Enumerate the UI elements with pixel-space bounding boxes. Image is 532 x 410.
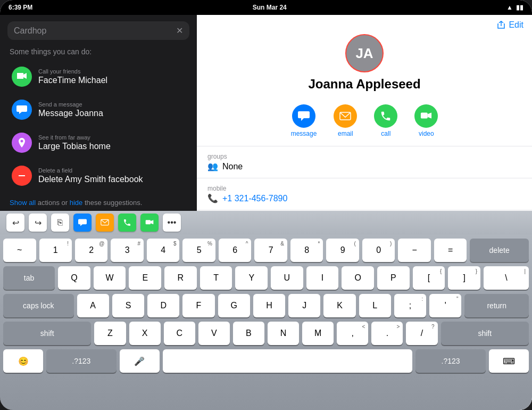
key-v[interactable]: V bbox=[198, 322, 230, 345]
groups-text: None bbox=[222, 162, 243, 171]
key-q[interactable]: Q bbox=[58, 266, 90, 290]
keyboard-row-2: tab Q W E R T Y U I O P {[ }] |\ bbox=[3, 266, 529, 290]
key-c[interactable]: C bbox=[164, 322, 195, 345]
more-toolbar-button[interactable]: ••• bbox=[163, 214, 181, 232]
key-bracket-close[interactable]: }] bbox=[448, 266, 480, 290]
key-delete[interactable]: delete bbox=[470, 239, 529, 262]
keyboard: ~ !1 @2 #3 $4 %5 ^6 &7 *8 (9 )0 − = dele… bbox=[0, 234, 532, 410]
suggestion-item-message[interactable]: Send a message Message Joanna bbox=[4, 94, 193, 125]
email-action-label: email bbox=[338, 130, 353, 137]
key-o[interactable]: O bbox=[342, 266, 374, 290]
key-b[interactable]: B bbox=[233, 322, 264, 345]
key-semicolon[interactable]: :; bbox=[394, 294, 426, 317]
suggestion-item-location[interactable]: See it from far away Large Tobias home bbox=[4, 127, 193, 158]
key-space[interactable] bbox=[163, 349, 413, 373]
key-shift-left[interactable]: shift bbox=[3, 322, 91, 345]
key-7[interactable]: &7 bbox=[254, 239, 287, 262]
device-frame: 6:39 PM Sun Mar 24 ▲ ▮▮ ✕ Some things yo… bbox=[0, 0, 532, 410]
suggestion-text-message: Send a message Message Joanna bbox=[38, 101, 185, 118]
key-numbers[interactable]: .?123 bbox=[46, 349, 116, 373]
phone-icon: 📞 bbox=[207, 193, 218, 203]
key-i[interactable]: I bbox=[306, 266, 339, 290]
key-h[interactable]: H bbox=[253, 294, 285, 317]
key-comma[interactable]: <, bbox=[337, 322, 368, 345]
key-k[interactable]: K bbox=[323, 294, 355, 317]
location-icon bbox=[12, 133, 32, 153]
call-action-button[interactable]: call bbox=[374, 104, 397, 137]
key-t[interactable]: T bbox=[200, 266, 232, 290]
key-z[interactable]: Z bbox=[94, 322, 126, 345]
edit-button[interactable]: Edit bbox=[497, 20, 523, 30]
suggestion-item-delete[interactable]: Delete a field Delete Amy Smith facebook bbox=[4, 160, 193, 191]
key-emoji[interactable]: 😊 bbox=[3, 349, 43, 373]
show-all-link[interactable]: Show all bbox=[10, 199, 36, 207]
redo-button[interactable]: ↪ bbox=[29, 214, 47, 232]
key-u[interactable]: U bbox=[271, 266, 303, 290]
call-toolbar-button[interactable] bbox=[118, 214, 136, 232]
key-9[interactable]: (9 bbox=[326, 239, 359, 262]
key-capslock[interactable]: caps lock bbox=[3, 294, 74, 317]
key-y[interactable]: Y bbox=[235, 266, 268, 290]
call-action-icon bbox=[380, 110, 392, 122]
email-action-circle bbox=[334, 104, 357, 128]
avatar-initials: JA bbox=[355, 45, 373, 62]
search-clear-button[interactable]: ✕ bbox=[176, 26, 183, 36]
undo-button[interactable]: ↩ bbox=[6, 214, 24, 232]
suggestion-text-location: See it from far away Large Tobias home bbox=[38, 134, 185, 151]
key-a[interactable]: A bbox=[77, 294, 109, 317]
key-equals[interactable]: = bbox=[434, 239, 467, 262]
message-toolbar-button[interactable] bbox=[73, 214, 92, 232]
email-toolbar-button[interactable] bbox=[96, 214, 114, 232]
key-mic[interactable]: 🎤 bbox=[120, 349, 160, 373]
key-f[interactable]: F bbox=[182, 294, 214, 317]
key-return[interactable]: return bbox=[464, 294, 529, 317]
suggestion-item-facetime[interactable]: Call your friends FaceTime Michael bbox=[4, 61, 193, 92]
key-s[interactable]: S bbox=[112, 294, 144, 317]
video-action-button[interactable]: video bbox=[414, 104, 438, 137]
key-shift-right[interactable]: shift bbox=[441, 322, 529, 345]
key-4[interactable]: $4 bbox=[147, 239, 179, 262]
action-buttons: message email bbox=[197, 100, 532, 146]
mobile-value[interactable]: 📞 +1 321-456-7890 bbox=[207, 193, 521, 203]
key-x[interactable]: X bbox=[129, 322, 161, 345]
key-p[interactable]: P bbox=[377, 266, 410, 290]
key-l[interactable]: L bbox=[359, 294, 391, 317]
email-action-button[interactable]: email bbox=[334, 104, 357, 137]
key-g[interactable]: G bbox=[218, 294, 250, 317]
key-slash[interactable]: ?/ bbox=[406, 322, 437, 345]
key-tilde[interactable]: ~ bbox=[3, 239, 36, 262]
key-backslash[interactable]: |\ bbox=[484, 266, 529, 290]
key-3[interactable]: #3 bbox=[111, 239, 143, 262]
video-toolbar-button[interactable] bbox=[140, 214, 159, 232]
key-1[interactable]: !1 bbox=[39, 239, 72, 262]
key-2[interactable]: @2 bbox=[75, 239, 107, 262]
or-text: actions or bbox=[38, 199, 70, 207]
search-bar[interactable]: ✕ bbox=[7, 21, 189, 40]
key-m[interactable]: M bbox=[302, 322, 334, 345]
key-d[interactable]: D bbox=[147, 294, 179, 317]
key-r[interactable]: R bbox=[164, 266, 197, 290]
key-period[interactable]: >. bbox=[371, 322, 403, 345]
key-numbers-right[interactable]: .?123 bbox=[415, 349, 485, 373]
key-n[interactable]: N bbox=[268, 322, 299, 345]
hide-link[interactable]: hide bbox=[70, 199, 83, 207]
key-quote[interactable]: "' bbox=[429, 294, 461, 317]
key-6[interactable]: ^6 bbox=[219, 239, 251, 262]
key-minus[interactable]: − bbox=[398, 239, 430, 262]
key-bracket-open[interactable]: {[ bbox=[413, 266, 445, 290]
key-0[interactable]: )0 bbox=[362, 239, 395, 262]
key-j[interactable]: J bbox=[288, 294, 320, 317]
message-subtitle: Send a message bbox=[38, 101, 185, 108]
key-e[interactable]: E bbox=[129, 266, 161, 290]
copy-button[interactable]: ⎘ bbox=[51, 214, 69, 232]
key-8[interactable]: *8 bbox=[290, 239, 323, 262]
search-input[interactable] bbox=[14, 26, 172, 36]
key-tab[interactable]: tab bbox=[3, 266, 55, 290]
key-w[interactable]: W bbox=[94, 266, 126, 290]
contact-header: Edit bbox=[197, 15, 532, 30]
key-keyboard[interactable]: ⌨ bbox=[489, 349, 529, 373]
edit-label: Edit bbox=[509, 20, 523, 30]
message-action-button[interactable]: message bbox=[291, 104, 317, 137]
key-5[interactable]: %5 bbox=[182, 239, 215, 262]
email-action-icon bbox=[339, 110, 351, 122]
